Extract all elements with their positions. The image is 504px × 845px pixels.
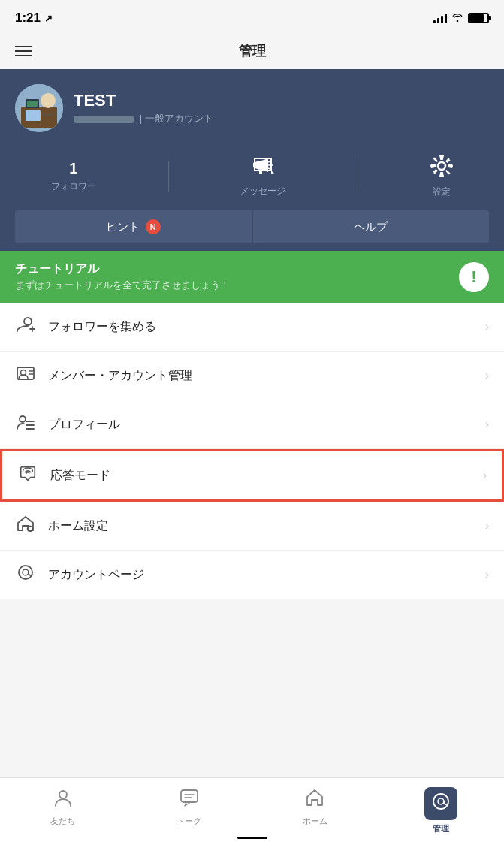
menu-item-followers[interactable]: フォロワーを集める › — [0, 303, 504, 352]
admin-nav-icon — [431, 792, 451, 816]
avatar — [15, 84, 63, 132]
svg-rect-29 — [181, 790, 198, 802]
svg-point-28 — [59, 791, 67, 798]
chevron-icon-5: › — [485, 568, 489, 581]
followers-count: 1 — [69, 160, 77, 177]
talk-nav-label: トーク — [177, 816, 201, 827]
messages-label: メッセージ — [240, 185, 285, 198]
wifi-icon — [451, 12, 463, 24]
bottom-nav: 友だち トーク ホーム — [0, 777, 504, 845]
chevron-icon-1: › — [485, 369, 489, 382]
profile-menu-label: プロフィール — [48, 417, 120, 433]
status-bar: 1:21 ↗ — [0, 0, 504, 33]
hint-help-row: ヒント N ヘルプ — [15, 210, 489, 251]
profile-name: TEST — [74, 91, 213, 110]
profile-section: TEST | 一般アカウント 1 フォロワー — [0, 69, 504, 251]
battery-icon — [468, 13, 489, 23]
menu-list: フォロワーを集める › メンバー・アカウント管理 › プロフィー — [0, 303, 504, 599]
hint-badge: N — [146, 219, 161, 234]
profile-account-type: | 一般アカウント — [74, 112, 213, 125]
settings-label: 設定 — [433, 186, 451, 198]
account-page-menu-label: アカウントページ — [48, 567, 144, 583]
admin-nav-icon-bg — [424, 787, 457, 820]
followers-label: フォロワー — [51, 180, 96, 193]
talk-nav-icon — [179, 787, 200, 813]
svg-point-33 — [438, 798, 444, 804]
hint-label: ヒント — [106, 220, 140, 234]
stats-row: 1 フォロワー メッセージ — [15, 147, 489, 210]
profile-row: TEST | 一般アカウント — [15, 84, 489, 132]
tutorial-alert-icon: ! — [459, 262, 489, 292]
hint-button[interactable]: ヒント N — [15, 210, 252, 243]
stat-followers[interactable]: 1 フォロワー — [51, 160, 96, 193]
friends-nav-label: 友だち — [50, 816, 75, 827]
nav-home[interactable]: ホーム — [252, 784, 379, 827]
chevron-icon-0: › — [485, 320, 489, 333]
svg-point-10 — [438, 162, 445, 170]
stat-divider-1 — [168, 161, 169, 192]
chevron-icon-3: › — [483, 469, 487, 482]
response-menu-label: 応答モード — [50, 468, 110, 484]
svg-point-26 — [19, 566, 32, 579]
nav-indicator — [237, 837, 267, 839]
settings-icon — [430, 155, 453, 183]
tutorial-subtitle: まずはチュートリアルを全て完了させましょう！ — [15, 279, 230, 292]
home-settings-menu-label: ホーム設定 — [48, 518, 108, 534]
admin-nav-label: 管理 — [433, 823, 449, 834]
stat-settings[interactable]: 設定 — [430, 155, 453, 198]
menu-item-account-page[interactable]: アカウントページ › — [0, 551, 504, 599]
svg-point-27 — [23, 569, 29, 575]
stat-divider-2 — [358, 161, 358, 192]
menu-item-response[interactable]: 応答モード › — [0, 449, 504, 502]
status-time: 1:21 ↗ — [15, 11, 53, 26]
at-sign-icon — [15, 564, 36, 585]
stat-messages[interactable]: メッセージ — [240, 155, 285, 198]
chevron-icon-4: › — [485, 519, 489, 533]
person-lines-icon — [15, 414, 36, 435]
svg-point-3 — [41, 93, 56, 108]
menu-button[interactable] — [15, 46, 32, 56]
tutorial-title: チュートリアル — [15, 261, 230, 277]
person-card-icon — [15, 365, 36, 386]
nav-friends[interactable]: 友だち — [0, 784, 126, 827]
menu-item-profile[interactable]: プロフィール › — [0, 400, 504, 449]
nav-talk[interactable]: トーク — [126, 784, 252, 827]
followers-menu-label: フォロワーを集める — [48, 319, 156, 335]
signal-icon — [433, 13, 447, 23]
svg-marker-6 — [271, 171, 274, 174]
messages-icon — [252, 155, 274, 182]
help-label: ヘルプ — [354, 220, 388, 234]
menu-item-members[interactable]: メンバー・アカウント管理 › — [0, 352, 504, 400]
home-gear-icon — [15, 515, 36, 536]
svg-point-21 — [20, 416, 26, 422]
svg-point-32 — [433, 794, 448, 809]
status-icons — [433, 12, 489, 24]
svg-rect-5 — [27, 101, 38, 107]
page-title: 管理 — [239, 42, 266, 60]
chevron-icon-2: › — [485, 418, 489, 431]
response-icon — [17, 465, 38, 486]
members-menu-label: メンバー・アカウント管理 — [48, 368, 192, 384]
app-header: 管理 — [0, 33, 504, 69]
person-add-icon — [15, 316, 36, 337]
help-button[interactable]: ヘルプ — [253, 210, 490, 243]
home-nav-icon — [304, 787, 325, 813]
menu-item-home-settings[interactable]: ホーム設定 › — [0, 502, 504, 551]
nav-admin[interactable]: 管理 — [378, 784, 504, 834]
tutorial-banner[interactable]: チュートリアル まずはチュートリアルを全て完了させましょう！ ! — [0, 251, 504, 303]
profile-info: TEST | 一般アカウント — [74, 91, 213, 125]
svg-rect-2 — [26, 110, 41, 121]
friends-nav-icon — [53, 787, 74, 813]
home-nav-label: ホーム — [303, 816, 327, 827]
